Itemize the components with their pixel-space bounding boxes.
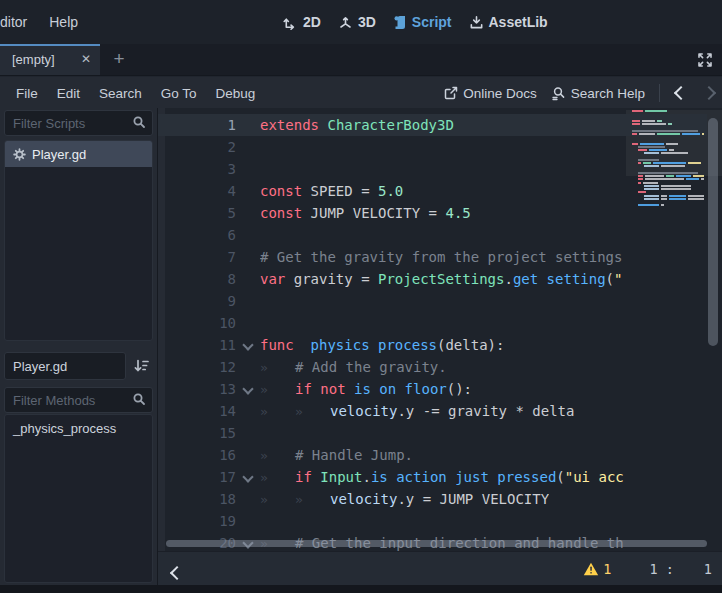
line-number[interactable]: 7: [158, 249, 236, 265]
search-help-button[interactable]: Search Help: [551, 86, 645, 101]
code-text[interactable]: »# Handle Jump.: [260, 447, 413, 463]
fold-arrow-icon[interactable]: [236, 473, 260, 481]
code-line[interactable]: 17»if Input.is_action_just_pressed("ui_a…: [158, 466, 707, 488]
new-tab-button[interactable]: +: [106, 44, 132, 75]
code-line[interactable]: 13»if not is_on_floor():: [158, 378, 707, 400]
minimap-row: [638, 178, 704, 180]
godot-script-editor-window: ditor Help 2D 3D Script: [0, 0, 722, 593]
tab-marker-icon: »: [260, 492, 295, 507]
line-number[interactable]: 12: [158, 359, 236, 375]
code-text[interactable]: »»velocity.y = JUMP_VELOCITY: [260, 491, 549, 507]
expand-icon[interactable]: [696, 51, 714, 69]
code-line[interactable]: 10: [158, 312, 707, 334]
code-line[interactable]: 9: [158, 290, 707, 312]
menu-help[interactable]: Help: [47, 14, 80, 30]
line-number[interactable]: 9: [158, 293, 236, 309]
menu-edit[interactable]: Edit: [55, 86, 82, 101]
code-line[interactable]: 1extends CharacterBody3D: [158, 114, 707, 136]
code-text[interactable]: var gravity = ProjectSettings.get_settin…: [260, 271, 622, 287]
history-forward-button[interactable]: [702, 84, 716, 102]
line-number[interactable]: 5: [158, 205, 236, 221]
fold-arrow-icon[interactable]: [236, 341, 260, 349]
code-line[interactable]: 16»# Handle Jump.: [158, 444, 707, 466]
workspace-2d-button[interactable]: 2D: [283, 14, 321, 30]
filter-methods-input[interactable]: [4, 387, 153, 413]
method-item[interactable]: _physics_process: [5, 415, 152, 441]
code-text[interactable]: »# Add the gravity.: [260, 359, 447, 375]
line-number[interactable]: 19: [158, 513, 236, 529]
menu-editor[interactable]: ditor: [0, 14, 29, 30]
menu-file[interactable]: File: [14, 86, 40, 101]
code-text[interactable]: func _physics_process(delta):: [260, 337, 504, 353]
line-number[interactable]: 3: [158, 161, 236, 177]
line-number[interactable]: 6: [158, 227, 236, 243]
line-number[interactable]: 16: [158, 447, 236, 463]
menu-goto[interactable]: Go To: [159, 86, 199, 101]
script-icon: [393, 15, 407, 30]
back-chevron-icon[interactable]: [172, 564, 182, 582]
horizontal-scrollbar[interactable]: [166, 540, 707, 547]
sort-methods-icon[interactable]: [133, 358, 151, 374]
line-number[interactable]: 18: [158, 491, 236, 507]
line-number[interactable]: 15: [158, 425, 236, 441]
status-right: 1 1 : 1: [583, 552, 712, 586]
code-line[interactable]: 14»»velocity.y -= gravity * delta: [158, 400, 707, 422]
tab-marker-icon: »: [295, 492, 330, 507]
code-line[interactable]: 2: [158, 136, 707, 158]
window-bottom-edge: [0, 585, 722, 593]
code-line[interactable]: 8var gravity = ProjectSettings.get_setti…: [158, 268, 707, 290]
workspace-switcher: 2D 3D Script AssetLib: [283, 0, 548, 44]
line-number[interactable]: 10: [158, 315, 236, 331]
fold-arrow-icon[interactable]: [236, 385, 260, 393]
code-line[interactable]: 5const JUMP_VELOCITY = 4.5: [158, 202, 707, 224]
line-number[interactable]: 2: [158, 139, 236, 155]
code-line[interactable]: 6: [158, 224, 707, 246]
minimap-row: [644, 188, 693, 190]
script-item-player[interactable]: Player.gd: [5, 141, 152, 167]
vertical-scrollbar[interactable]: [708, 118, 718, 346]
menu-search[interactable]: Search: [97, 86, 144, 101]
code-text[interactable]: const SPEED = 5.0: [260, 183, 403, 199]
code-line[interactable]: 4const SPEED = 5.0: [158, 180, 707, 202]
line-number[interactable]: 8: [158, 271, 236, 287]
menu-debug[interactable]: Debug: [214, 86, 258, 101]
code-line[interactable]: 11func _physics_process(delta):: [158, 334, 707, 356]
code-line[interactable]: 3: [158, 158, 707, 180]
workspace-assetlib-button[interactable]: AssetLib: [469, 14, 548, 30]
line-number[interactable]: 17: [158, 469, 236, 485]
warning-counter[interactable]: 1: [583, 561, 611, 577]
line-number[interactable]: 1: [158, 117, 236, 133]
line-number[interactable]: 13: [158, 381, 236, 397]
code-text[interactable]: »if not is_on_floor():: [260, 381, 472, 397]
close-icon[interactable]: ✕: [81, 52, 91, 66]
history-back-button[interactable]: [674, 84, 688, 102]
line-number[interactable]: 4: [158, 183, 236, 199]
line-number[interactable]: 14: [158, 403, 236, 419]
filter-scripts-input[interactable]: [4, 110, 153, 136]
code-line[interactable]: 12»# Add the gravity.: [158, 356, 707, 378]
line-number[interactable]: 11: [158, 337, 236, 353]
script-tab-bar: [empty] ✕ +: [0, 44, 722, 76]
workspace-3d-button[interactable]: 3D: [338, 14, 376, 30]
code-line[interactable]: 7# Get the gravity from the project sett…: [158, 246, 707, 268]
code-line[interactable]: 19: [158, 510, 707, 532]
code-text[interactable]: const JUMP_VELOCITY = 4.5: [260, 205, 471, 221]
search-icon: [132, 392, 146, 406]
code-text[interactable]: # Get the gravity from the project setti…: [260, 249, 622, 265]
scripts-list: Player.gd: [4, 140, 153, 341]
current-script-row: [4, 352, 153, 380]
code-text[interactable]: »»velocity.y -= gravity * delta: [260, 403, 574, 419]
tab-empty[interactable]: [empty] ✕: [0, 44, 100, 75]
code-text[interactable]: extends CharacterBody3D: [260, 117, 454, 133]
current-script-input[interactable]: [4, 352, 126, 380]
code-line[interactable]: 15: [158, 422, 707, 444]
online-docs-button[interactable]: Online Docs: [444, 86, 537, 101]
cursor-column: 1: [704, 561, 712, 577]
assetlib-icon: [469, 15, 484, 30]
workspace-script-button[interactable]: Script: [393, 14, 452, 30]
code-line[interactable]: 18»»velocity.y = JUMP_VELOCITY: [158, 488, 707, 510]
minimap[interactable]: [630, 110, 704, 230]
code-text[interactable]: »if Input.is_action_just_pressed("ui_acc: [260, 469, 624, 485]
code-editor[interactable]: 1extends CharacterBody3D234const SPEED =…: [158, 108, 722, 551]
top-bar: ditor Help 2D 3D Script: [0, 0, 722, 44]
